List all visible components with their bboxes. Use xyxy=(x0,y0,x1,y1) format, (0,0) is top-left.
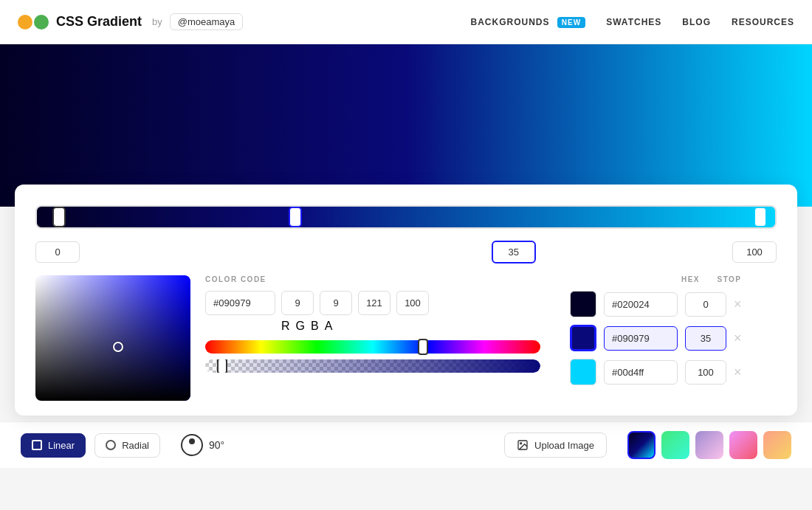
gradient-handle-right[interactable] xyxy=(754,207,767,227)
stop-inputs xyxy=(35,241,777,263)
linear-button[interactable]: Linear xyxy=(21,433,86,458)
nav-blog[interactable]: BLOG xyxy=(682,17,711,27)
svg-point-1 xyxy=(520,443,522,444)
gradient-preview xyxy=(0,44,812,207)
radial-icon xyxy=(106,440,116,450)
nav-resources[interactable]: RESOURCES xyxy=(732,17,794,27)
a-label: A xyxy=(325,320,333,333)
input-labels: R G B A xyxy=(205,320,540,333)
color-code-section: COLOR CODE R G B A xyxy=(205,275,540,401)
gradient-handle-mid[interactable] xyxy=(289,207,302,227)
upload-label: Upload Image xyxy=(534,440,594,451)
app-title: CSS Gradient xyxy=(56,14,142,30)
radial-label: Radial xyxy=(122,440,149,451)
b-input[interactable] xyxy=(358,291,390,315)
logo xyxy=(18,15,49,30)
by-text: by xyxy=(152,16,162,27)
angle-wheel[interactable] xyxy=(181,434,203,456)
radial-button[interactable]: Radial xyxy=(94,433,160,458)
footer: Linear Radial 90° Upload Image xyxy=(0,421,812,468)
angle-dot xyxy=(189,438,195,444)
linear-icon xyxy=(32,440,42,450)
alpha-handle[interactable] xyxy=(217,359,227,373)
stop-num-2[interactable] xyxy=(685,326,726,351)
header: CSS Gradient by @moeamaya BACKGROUNDS NE… xyxy=(0,0,812,44)
stop-hex-2[interactable] xyxy=(604,326,678,351)
logo-circle-green xyxy=(34,15,49,30)
alpha-slider[interactable] xyxy=(205,359,540,373)
hue-slider[interactable] xyxy=(205,340,540,354)
stop-delete-3[interactable]: × xyxy=(734,365,742,379)
nav-swatches[interactable]: SWATCHES xyxy=(606,17,661,27)
bottom-row: COLOR CODE R G B A xyxy=(35,275,777,401)
stop-num-3[interactable] xyxy=(685,360,726,385)
linear-label: Linear xyxy=(48,440,75,451)
gradient-bar[interactable] xyxy=(35,205,777,229)
preset-5[interactable] xyxy=(763,431,791,459)
stop-input-left[interactable] xyxy=(35,241,80,263)
b-label: B xyxy=(311,320,319,333)
upload-icon xyxy=(517,439,529,451)
hue-handle[interactable] xyxy=(418,339,428,355)
header-nav: BACKGROUNDS NEW SWATCHES BLOG RESOURCES xyxy=(471,17,795,27)
a-input[interactable] xyxy=(396,291,429,315)
color-code-label: COLOR CODE xyxy=(205,275,540,283)
color-picker[interactable] xyxy=(35,275,190,401)
stop-hex-3[interactable] xyxy=(604,360,678,385)
new-badge: NEW xyxy=(557,17,585,28)
author-tag[interactable]: @moeamaya xyxy=(170,13,244,30)
stop-row-3: × xyxy=(570,359,777,385)
gradient-bar-container xyxy=(35,205,777,229)
stop-hex-1[interactable] xyxy=(604,292,678,317)
color-inputs xyxy=(205,291,540,315)
upload-button[interactable]: Upload Image xyxy=(504,433,607,458)
preset-1[interactable] xyxy=(627,431,656,459)
presets xyxy=(627,431,791,459)
r-input[interactable] xyxy=(281,291,314,315)
logo-circle-yellow xyxy=(18,15,32,30)
color-stops: HEX STOP × × xyxy=(570,275,777,401)
preset-3[interactable] xyxy=(695,431,723,459)
angle-value: 90° xyxy=(209,439,224,451)
stop-input-mid[interactable] xyxy=(492,241,536,263)
main-panel: COLOR CODE R G B A xyxy=(15,185,797,416)
stop-input-right[interactable] xyxy=(732,241,777,263)
stops-header: HEX STOP xyxy=(570,275,777,283)
hex-input[interactable] xyxy=(205,291,275,315)
preset-4[interactable] xyxy=(729,431,757,459)
stop-row-1: × xyxy=(570,291,777,317)
stop-delete-2[interactable]: × xyxy=(734,331,742,345)
stop-delete-1[interactable]: × xyxy=(734,297,742,311)
header-left: CSS Gradient by @moeamaya xyxy=(18,13,243,30)
angle-control: 90° xyxy=(181,434,224,456)
stop-swatch-2[interactable] xyxy=(570,325,596,351)
preset-2[interactable] xyxy=(661,431,689,459)
gradient-handle-left[interactable] xyxy=(52,207,66,227)
r-label: R xyxy=(281,320,290,333)
g-label: G xyxy=(296,320,305,333)
stop-swatch-3[interactable] xyxy=(570,359,596,385)
alpha-gradient xyxy=(205,359,540,373)
stop-header: STOP xyxy=(707,275,751,283)
stop-row-2: × xyxy=(570,325,777,351)
nav-backgrounds[interactable]: BACKGROUNDS NEW xyxy=(471,17,586,27)
picker-cursor xyxy=(113,342,123,352)
stop-num-1[interactable] xyxy=(685,292,726,317)
g-input[interactable] xyxy=(320,291,352,315)
stop-swatch-1[interactable] xyxy=(570,291,596,317)
hex-header: HEX xyxy=(681,275,700,283)
